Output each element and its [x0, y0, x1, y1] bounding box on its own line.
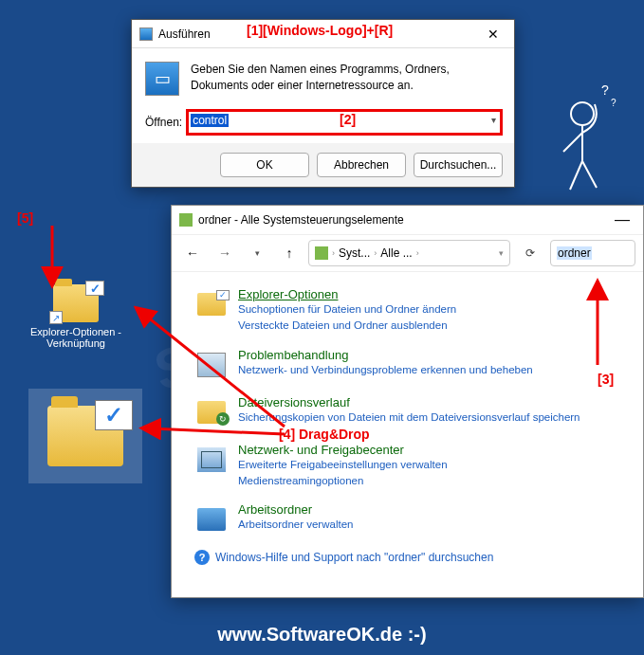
svg-line-2	[563, 133, 582, 152]
crumb-sep-icon[interactable]: ›	[332, 248, 335, 258]
forward-button[interactable]: →	[212, 240, 238, 266]
arrow-icon	[142, 417, 294, 446]
run-dialog: Ausführen ✕ ▭ Geben Sie den Namen eines …	[131, 19, 515, 188]
up-button[interactable]: ↑	[276, 240, 303, 266]
desktop-icon-label: Explorer-Optionen - Verknüpfung	[28, 326, 123, 349]
desktop-shortcut[interactable]: ✓ ↗ Explorer-Optionen - Verknüpfung	[28, 284, 123, 349]
workfolders-icon	[194, 502, 229, 537]
result-title[interactable]: Explorer-Optionen	[238, 287, 628, 301]
close-icon[interactable]: ✕	[472, 20, 514, 47]
folder-icon-large: ✓	[47, 406, 123, 466]
svg-line-9	[142, 313, 285, 427]
svg-line-3	[570, 161, 582, 190]
chevron-down-icon[interactable]: ▾	[491, 115, 496, 125]
help-search-link[interactable]: ? Windows-Hilfe und Support nach "ordner…	[194, 550, 628, 565]
result-sub[interactable]: Netzwerk- und Verbindungsprobleme erkenn…	[238, 362, 628, 378]
cp-toolbar: ← → ▾ ↑ › Syst... › Alle ... › ▾ ⟳ ordne…	[172, 234, 643, 272]
result-sub[interactable]: Versteckte Dateien und Ordner ausblenden	[238, 318, 628, 334]
result-title[interactable]: Problembehandlung	[238, 348, 628, 362]
cancel-button[interactable]: Abbrechen	[317, 153, 406, 177]
browse-button[interactable]: Durchsuchen...	[414, 153, 503, 177]
result-sub[interactable]: Arbeitsordner verwalten	[238, 517, 628, 533]
arrow-icon	[38, 226, 66, 292]
breadcrumb-1[interactable]: Syst...	[339, 246, 370, 260]
search-value: ordner	[557, 246, 592, 260]
address-icon	[315, 246, 328, 260]
annotation-1: [1][Windows-Logo]+[R]	[247, 23, 393, 38]
address-chevron-icon[interactable]: ▾	[499, 248, 504, 258]
result-network[interactable]: Netzwerk- und Freigabecenter Erweiterte …	[194, 443, 628, 490]
help-icon: ?	[194, 550, 210, 565]
result-sub[interactable]: Suchoptionen für Dateien und Ordner ände…	[238, 301, 628, 318]
network-icon	[194, 443, 229, 477]
breadcrumb-2[interactable]: Alle ...	[380, 246, 412, 260]
help-text: Windows-Hilfe und Support nach "ordner" …	[215, 551, 493, 564]
annotation-5: [5]	[17, 210, 33, 226]
result-sub[interactable]: Sicherungskopien von Dateien mit dem Dat…	[238, 409, 628, 426]
run-description: Geben Sie den Namen eines Programms, Ord…	[191, 62, 501, 96]
arrow-icon	[579, 284, 616, 370]
run-program-icon: ▭	[145, 62, 179, 96]
minimize-icon[interactable]: —	[601, 206, 643, 234]
shortcut-arrow-icon: ↗	[49, 311, 63, 324]
run-icon	[139, 27, 153, 41]
back-button[interactable]: ←	[179, 240, 206, 266]
result-title[interactable]: Netzwerk- und Freigabecenter	[238, 443, 628, 457]
refresh-button[interactable]: ⟳	[516, 246, 544, 260]
result-sub[interactable]: Medienstreamingoptionen	[238, 473, 628, 489]
doodle-figure: ? ?	[549, 85, 625, 199]
open-label: Öffnen:	[145, 116, 182, 129]
annotation-3: [3]	[598, 372, 614, 387]
recent-dropdown-icon[interactable]: ▾	[244, 240, 270, 266]
address-bar[interactable]: › Syst... › Alle ... › ▾	[308, 240, 510, 266]
crumb-sep-icon[interactable]: ›	[374, 248, 377, 258]
cp-title-icon	[179, 213, 193, 227]
cp-title-text: ordner - Alle Systemsteuerungselemente	[198, 213, 404, 227]
crumb-sep-icon[interactable]: ›	[416, 248, 419, 258]
svg-line-10	[150, 428, 285, 434]
arrow-icon	[133, 303, 294, 436]
result-workfolders[interactable]: Arbeitsordner Arbeitsordner verwalten	[194, 502, 628, 537]
result-title[interactable]: Dateiversionsverlauf	[238, 395, 628, 409]
result-sub[interactable]: Erweiterte Freigabeeinstellungen verwalt…	[238, 457, 628, 473]
svg-text:?: ?	[611, 98, 616, 108]
cp-titlebar[interactable]: ordner - Alle Systemsteuerungselemente —	[172, 206, 643, 234]
result-title[interactable]: Arbeitsordner	[238, 502, 628, 517]
svg-point-0	[571, 102, 594, 125]
svg-text:?: ?	[601, 85, 609, 98]
open-value: control	[191, 114, 229, 127]
drag-preview: ✓	[28, 389, 142, 483]
search-input[interactable]: ordner	[550, 240, 635, 266]
svg-line-4	[582, 161, 597, 188]
run-title-text: Ausführen	[158, 27, 211, 41]
check-overlay-icon: ✓	[95, 400, 133, 430]
check-overlay-icon: ✓	[85, 281, 104, 296]
footer-url: www.SoftwareOK.de :-)	[0, 624, 644, 646]
ok-button[interactable]: OK	[220, 153, 309, 177]
annotation-2: [2]	[340, 112, 356, 127]
